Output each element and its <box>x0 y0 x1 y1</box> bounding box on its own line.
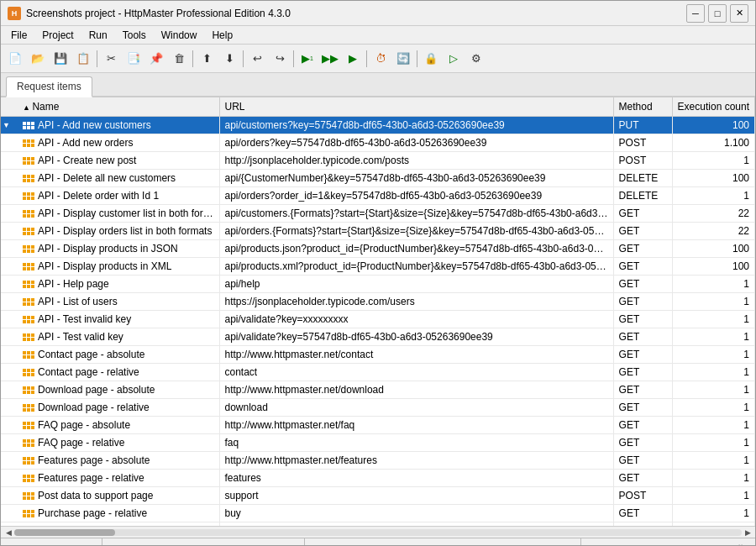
row-expand[interactable] <box>1 381 18 399</box>
minimize-button[interactable]: ─ <box>686 4 705 23</box>
row-expand[interactable] <box>1 134 18 152</box>
row-expand[interactable] <box>1 364 18 381</box>
copy-button[interactable]: 📑 <box>123 48 144 70</box>
table-row[interactable]: API - Add new ordersapi/orders?key=57547… <box>1 134 755 152</box>
table-row[interactable]: Features page - absolutehttp://www.httpm… <box>1 452 755 470</box>
undo-button[interactable]: ↩ <box>246 48 268 70</box>
delete-button[interactable]: 🗑 <box>168 48 190 70</box>
row-url: api/validate?key=xxxxxxxxx <box>219 311 613 328</box>
row-expand[interactable] <box>1 223 18 240</box>
maximize-button[interactable]: □ <box>708 4 727 23</box>
row-method: GET <box>613 205 672 223</box>
row-execution-count: 1 <box>672 434 754 452</box>
save-button[interactable]: 💾 <box>50 48 71 70</box>
row-expand[interactable] <box>1 311 18 328</box>
lock-button[interactable]: 🔒 <box>420 48 442 70</box>
col-header-name-sort[interactable]: Name <box>18 97 219 117</box>
open-button[interactable]: 📂 <box>27 48 49 70</box>
paste-button[interactable]: 📌 <box>145 48 167 70</box>
row-expand[interactable] <box>1 417 18 434</box>
table-row[interactable]: Contact page - absolutehttp://www.httpma… <box>1 346 755 364</box>
table-row[interactable]: Contact page - relativecontactGET1 <box>1 364 755 381</box>
row-url: http://www.httpmaster.net/faq <box>219 417 613 434</box>
row-type-icon <box>23 298 34 307</box>
row-expand[interactable] <box>1 487 18 505</box>
table-row[interactable]: ▼API - Add new customersapi/customers?ke… <box>1 117 755 134</box>
row-expand[interactable] <box>1 470 18 487</box>
table-row[interactable]: FAQ page - relativefaqGET1 <box>1 434 755 452</box>
table-row[interactable]: Purchase page - relativebuyGET1 <box>1 505 755 522</box>
row-expand[interactable]: ▼ <box>1 117 18 134</box>
run-once-button[interactable]: ▶1 <box>297 48 318 70</box>
table-row[interactable]: Post data to support pagesupportPOST1 <box>1 487 755 505</box>
hscroll-track[interactable] <box>14 529 742 536</box>
row-expand[interactable] <box>1 187 18 205</box>
row-expand[interactable] <box>1 258 18 276</box>
row-expand[interactable] <box>1 328 18 346</box>
settings-button[interactable]: ⚙ <box>465 48 487 70</box>
table-row[interactable]: API - Test invalid keyapi/validate?key=x… <box>1 311 755 328</box>
table-row[interactable]: API - Test valid keyapi/validate?key=575… <box>1 328 755 346</box>
col-header-name[interactable] <box>1 97 18 117</box>
row-method: DELETE <box>613 170 672 187</box>
row-expand[interactable] <box>1 399 18 417</box>
table-row[interactable]: Download page - absolutehttp://www.httpm… <box>1 381 755 399</box>
table-row[interactable]: API - Display products in XMLapi/product… <box>1 258 755 276</box>
row-execution-count: 1 <box>672 452 754 470</box>
row-expand[interactable] <box>1 276 18 293</box>
table-row[interactable]: API - Create new posthttp://jsonplacehol… <box>1 152 755 170</box>
save-as-button[interactable]: 📋 <box>72 48 94 70</box>
table-row[interactable]: Features page - relativefeaturesGET1 <box>1 470 755 487</box>
table-row[interactable]: API - Display orders list in both format… <box>1 223 755 240</box>
row-expand[interactable] <box>1 434 18 452</box>
cut-button[interactable]: ✂ <box>100 48 122 70</box>
row-expand[interactable] <box>1 205 18 223</box>
table-row[interactable]: FAQ page - absolutehttp://www.httpmaster… <box>1 417 755 434</box>
menu-tools[interactable]: Tools <box>116 28 153 43</box>
table-row[interactable]: API - Delete order with Id 1api/orders?o… <box>1 187 755 205</box>
play-button[interactable]: ▷ <box>443 48 465 70</box>
down-button[interactable]: ⬇ <box>218 48 240 70</box>
menu-project[interactable]: Project <box>35 28 80 43</box>
row-expand[interactable] <box>1 240 18 258</box>
close-button[interactable]: ✕ <box>730 4 748 23</box>
status-file-path[interactable]: D:\Projects\HttpMaster\Other\Projects\Sc… <box>305 538 581 546</box>
menu-help[interactable]: Help <box>205 28 239 43</box>
row-expand[interactable] <box>1 505 18 522</box>
menu-window[interactable]: Window <box>155 28 204 43</box>
run-multi-button[interactable]: ▶▶ <box>319 48 341 70</box>
col-header-method[interactable]: Method <box>613 97 672 117</box>
table-row[interactable]: API - Display customer list in both form… <box>1 205 755 223</box>
col-header-url[interactable]: URL <box>219 97 613 117</box>
table-row[interactable]: API - Display products in JSONapi/produc… <box>1 240 755 258</box>
hscroll-right[interactable]: ▶ <box>742 527 753 538</box>
up-button[interactable]: ⬆ <box>196 48 218 70</box>
hscroll-thumb[interactable] <box>14 529 115 536</box>
menu-run[interactable]: Run <box>82 28 114 43</box>
tab-request-items[interactable]: Request items <box>6 76 92 97</box>
row-expand[interactable] <box>1 452 18 470</box>
new-button[interactable]: 📄 <box>4 48 26 70</box>
row-expand[interactable] <box>1 152 18 170</box>
table-row[interactable]: API - List of usershttps://jsonplacehold… <box>1 293 755 311</box>
hscroll-bar[interactable]: ◀ ▶ <box>1 526 755 538</box>
table-row[interactable]: API - Delete all new customersapi/{Custo… <box>1 170 755 187</box>
hscroll-left[interactable]: ◀ <box>3 527 14 538</box>
row-execution-count: 1 <box>672 505 754 522</box>
status-item-count: 26 items, 1 selected <box>6 538 102 546</box>
menu-file[interactable]: File <box>4 28 34 43</box>
row-expand[interactable] <box>1 346 18 364</box>
table-container[interactable]: Name URL Method Execution count ▼API - A… <box>1 97 755 526</box>
row-type-icon <box>23 316 34 324</box>
row-expand[interactable] <box>1 170 18 187</box>
run-all-button[interactable]: ▶ <box>342 48 364 70</box>
redo-button[interactable]: ↪ <box>269 48 291 70</box>
row-expand[interactable] <box>1 293 18 311</box>
table-row[interactable]: API - Help pageapi/helpGET1 <box>1 276 755 293</box>
toolbar-sep-1 <box>97 50 97 67</box>
run-sequence-button[interactable]: ⏱ <box>370 48 391 70</box>
col-header-count[interactable]: Execution count <box>672 97 754 117</box>
run-loop-button[interactable]: 🔄 <box>392 48 414 70</box>
table-row[interactable]: Download page - relativedownloadGET1 <box>1 399 755 417</box>
row-type-icon <box>23 175 34 183</box>
